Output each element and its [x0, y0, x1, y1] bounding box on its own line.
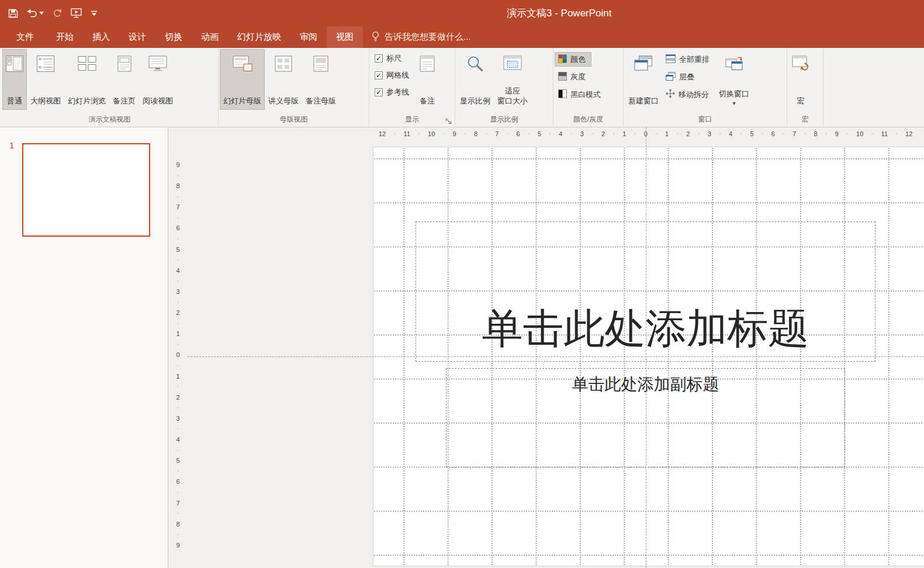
- button-label: 备注: [420, 96, 435, 106]
- button-label: 全部重排: [679, 54, 710, 65]
- grayscale-button[interactable]: 灰度: [555, 70, 591, 84]
- cascade-button[interactable]: 层叠: [662, 70, 700, 84]
- button-label: 颜色: [570, 54, 586, 65]
- ruler-number: 5: [750, 131, 753, 137]
- ruler-tick: ·: [549, 131, 551, 137]
- reading-view-button[interactable]: 阅读视图: [139, 49, 177, 110]
- ruler-number: 8: [176, 183, 179, 189]
- macros-button[interactable]: 宏: [788, 49, 813, 110]
- group-label: 窗口: [624, 115, 787, 124]
- color-icon: [558, 54, 567, 65]
- new-window-icon: [634, 54, 653, 74]
- normal-view-button[interactable]: 普通: [2, 49, 27, 110]
- ruler-tick: ·: [570, 131, 572, 137]
- slideshow-icon[interactable]: [71, 8, 82, 18]
- tab-animations[interactable]: 动画: [192, 26, 228, 48]
- group-zoom: 显示比例 适应 窗口大小 显示比例: [455, 48, 553, 127]
- title-bar: 演示文稿3 - PowerPoint: [0, 0, 924, 26]
- tab-view[interactable]: 视图: [327, 26, 363, 48]
- ruler-number: 1: [665, 131, 669, 137]
- new-window-button[interactable]: 新建窗口: [625, 49, 662, 110]
- button-label: 显示比例: [460, 96, 490, 106]
- fit-to-window-button[interactable]: 适应 窗口大小: [494, 49, 531, 110]
- horizontal-guide[interactable]: [188, 356, 924, 357]
- tab-home[interactable]: 开始: [47, 26, 83, 48]
- ruler-tick: ·: [177, 300, 179, 306]
- ruler-tick: ·: [177, 511, 179, 517]
- outline-view-button[interactable]: 大纲视图: [27, 49, 64, 110]
- color-button[interactable]: 颜色: [555, 52, 591, 67]
- outline-view-icon: [37, 54, 54, 74]
- show-checkbox-list: ✓标尺✓网格线✓参考线: [371, 49, 416, 98]
- button-label: 黑白模式: [570, 89, 601, 100]
- tab-file[interactable]: 文件: [4, 26, 47, 48]
- ruler-tick: ·: [177, 173, 179, 179]
- normal-view-icon: [6, 54, 23, 74]
- button-label: 阅读视图: [143, 96, 173, 106]
- zoom-button[interactable]: 显示比例: [456, 49, 494, 110]
- button-label: 备注母版: [306, 96, 336, 106]
- reading-view-icon: [148, 54, 167, 74]
- group-window: 新建窗口 全部重排 层叠: [624, 48, 787, 127]
- ruler-number: 5: [176, 458, 179, 464]
- customize-qat-icon[interactable]: [91, 11, 98, 16]
- v-ruler: 9·8·7·6·5·4·3·2·1·0·1·2·3·4·5·6·7·8·9: [168, 162, 188, 549]
- ruler-number: 7: [793, 131, 796, 137]
- arrange-all-button[interactable]: 全部重排: [662, 52, 715, 67]
- group-master-views: 幻灯片母版 讲义母版 备注母版 母版视图: [219, 48, 369, 127]
- checkbox-label: 参考线: [386, 87, 409, 98]
- tab-review[interactable]: 审阅: [290, 26, 327, 48]
- black-white-button[interactable]: 黑白模式: [555, 87, 607, 102]
- workspace: 1 12·11·10·9·8·7·6·5·4·3·2·1·0·1·2·3·4·5…: [0, 127, 924, 568]
- button-label: 适应 窗口大小: [497, 86, 528, 106]
- switch-windows-button[interactable]: 切换窗口 ▾: [715, 49, 753, 110]
- ruler-number: 0: [176, 352, 179, 358]
- dialog-launcher-icon[interactable]: [445, 117, 452, 124]
- notes-button[interactable]: 备注: [416, 49, 438, 110]
- tab-design[interactable]: 设计: [119, 26, 155, 48]
- tab-insert[interactable]: 插入: [83, 26, 119, 48]
- ruler-number: 12: [905, 131, 912, 137]
- ruler-number: 8: [176, 521, 179, 528]
- ruler-number: 6: [517, 131, 520, 137]
- save-icon[interactable]: [8, 9, 18, 18]
- ruler-tick: ·: [698, 131, 700, 137]
- slide-master-icon: [233, 54, 252, 74]
- ruler-number: 2: [176, 394, 179, 401]
- undo-icon[interactable]: [27, 9, 44, 18]
- ruler-tick: ·: [177, 426, 179, 432]
- ruler-number: 7: [176, 500, 179, 507]
- ruler-number: 4: [729, 131, 732, 137]
- zoom-icon: [466, 54, 484, 74]
- tab-transitions[interactable]: 切换: [155, 26, 192, 48]
- ruler-number: 11: [403, 131, 410, 137]
- ruler-number: 1: [176, 373, 179, 380]
- button-label: 幻灯片浏览: [68, 96, 106, 106]
- group-label: 演示文稿视图: [1, 115, 218, 124]
- vertical-guide[interactable]: [646, 127, 646, 568]
- slide-master-button[interactable]: 幻灯片母版: [220, 49, 265, 110]
- checkbox-gridlines[interactable]: ✓网格线: [375, 70, 409, 81]
- tell-me-box[interactable]: 告诉我您想要做什么...: [363, 26, 479, 48]
- tab-slide-show[interactable]: 幻灯片放映: [228, 26, 290, 48]
- notes-page-button[interactable]: 备注页: [109, 49, 139, 110]
- checkbox-ruler[interactable]: ✓标尺: [375, 53, 409, 64]
- ruler-number: 2: [601, 131, 605, 137]
- ruler-tick: ·: [634, 131, 636, 137]
- window-title: 演示文稿3 - PowerPoint: [507, 0, 612, 26]
- ruler-number: 8: [814, 131, 817, 137]
- slide-thumbnail[interactable]: [22, 143, 150, 237]
- move-split-button[interactable]: 移动拆分: [662, 87, 715, 102]
- slide-editing-canvas: 12·11·10·9·8·7·6·5·4·3·2·1·0·1·2·3·4·5·6…: [168, 127, 924, 568]
- checkbox-guides[interactable]: ✓参考线: [375, 87, 409, 98]
- checkbox-icon: ✓: [375, 71, 383, 79]
- redo-icon[interactable]: [53, 9, 62, 18]
- group-presentation-views: 普通 大纲视图 幻灯片浏览 备注页: [1, 48, 219, 127]
- slide-sorter-button[interactable]: 幻灯片浏览: [64, 49, 109, 110]
- ruler-tick: ·: [177, 342, 179, 348]
- notes-master-button[interactable]: 备注母版: [302, 49, 340, 110]
- handout-master-button[interactable]: 讲义母版: [265, 49, 302, 110]
- slide-thumbnail-panel: 1: [0, 127, 168, 568]
- ruler-number: 5: [538, 131, 541, 137]
- checkbox-label: 网格线: [386, 70, 409, 81]
